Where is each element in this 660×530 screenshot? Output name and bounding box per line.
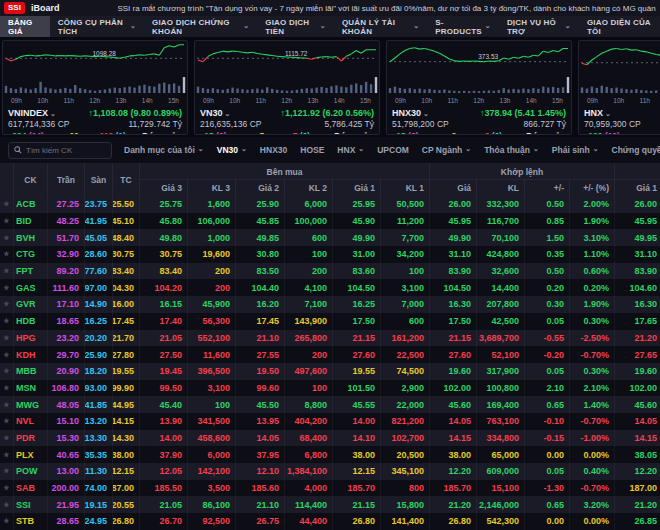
favorite-star-icon[interactable]: ★ [0,213,14,230]
favorite-star-icon[interactable]: ★ [0,279,14,296]
tab-cp-ng-nh[interactable]: CP Ngành⌄ [422,145,471,155]
time-tick: 09h [395,97,406,106]
stock-symbol[interactable]: BID [14,213,48,230]
search-box[interactable] [8,142,112,159]
favorite-star-icon[interactable]: ★ [0,463,14,480]
stock-symbol[interactable]: BVH [14,229,48,246]
menu-item-giao-d-ch-ti-n[interactable]: GIAO DỊCH TIỀN⌄ [257,16,334,37]
buy-price-2: 21.10 [236,330,285,347]
tab-hnx[interactable]: HNX⌄ [337,145,364,155]
tab-danh-m-c-c-a-t-i[interactable]: Danh mục của tôi⌄ [124,145,204,155]
matched-price: 38.00 [430,446,477,463]
buy-vol-3: 142,100 [188,463,236,480]
favorite-star-icon[interactable]: ★ [0,246,14,263]
favorite-star-icon[interactable]: ★ [0,346,14,363]
stock-symbol[interactable]: SAB [14,480,48,497]
decliners-count: ↓9 (0) [480,130,502,135]
ceiling-price: 89.20 [48,263,85,280]
index-name-dropdown[interactable]: VNINDEX ⌄ [8,108,56,118]
favorite-star-icon[interactable]: ★ [0,480,14,497]
ceiling-price: 23.20 [48,330,85,347]
change-pct: 2.00% [570,196,615,213]
stock-symbol[interactable]: MBB [14,363,48,380]
tab-vn30[interactable]: VN30⌄ [217,145,247,155]
favorite-star-icon[interactable]: ★ [0,380,14,397]
stock-symbol[interactable]: KDH [14,346,48,363]
ssi-logo[interactable]: SSI [4,2,25,14]
stock-symbol[interactable]: GAS [14,279,48,296]
favorite-star-icon[interactable]: ★ [0,296,14,313]
decliners: ↓119 [95,131,115,135]
tab-label: HOSE [300,145,324,155]
stock-symbol[interactable]: POW [14,463,48,480]
favorite-star-icon[interactable]: ★ [0,430,14,447]
menu-item-qu-n-l-t-i-kho-n[interactable]: QUẢN LÝ TÀI KHOẢN⌄ [334,16,427,37]
change: -0.10 [525,413,570,430]
tab-hnx30[interactable]: HNX30 [260,145,287,155]
stock-symbol[interactable]: MWG [14,396,48,413]
ceiling-price: 18.65 [48,313,85,330]
tab-ch-ng-quy-n[interactable]: Chứng quyền⌄ [612,145,660,155]
floor-price: 13.30 [85,430,113,447]
buy-price-2: 19.50 [236,363,285,380]
favorite-star-icon[interactable]: ★ [0,313,14,330]
index-turnover: 5,786.425 Tỷ [325,119,374,130]
menu-item-s-products[interactable]: S-PRODUCTS⌄ [427,16,499,37]
matched-vol: 424,800 [477,246,525,263]
search-input[interactable] [26,146,106,155]
favorite-star-icon[interactable]: ★ [0,330,14,347]
index-volume: 51,798,200 CP [392,119,449,130]
buy-price-2: 45.85 [236,213,285,230]
favorite-star-icon[interactable]: ★ [0,396,14,413]
stock-symbol[interactable]: ACB [14,196,48,213]
matched-vol: 609,000 [477,463,525,480]
stock-symbol[interactable]: HDB [14,313,48,330]
chevron-down-icon: ⌄ [593,145,599,153]
menu-item-giao-di-n-c-a-t-i[interactable]: GIAO DIỆN CỦA TÔI [579,16,660,37]
sell-price-1: 27.65 [615,346,660,363]
index-summary-row: VNINDEX ⌄↑1,108.08 (9.80 0.89%) [3,106,187,119]
index-name-dropdown[interactable]: HNX ⌄ [584,108,611,118]
buy-vol-1: 102,700 [381,430,430,447]
menu-item-giao-d-ch-ch-ng-kho-n[interactable]: GIAO DỊCH CHỨNG KHOÁN⌄ [144,16,257,37]
index-name-dropdown[interactable]: VN30 ⌄ [200,108,230,118]
buy-price-2: 16.20 [236,296,285,313]
menu-item-b-ng-gi-[interactable]: BẢNG GIÁ [0,16,50,37]
stock-symbol[interactable]: NVL [14,413,48,430]
matched-price: 26.80 [430,513,477,530]
stock-symbol[interactable]: SSI [14,496,48,513]
tab-hose[interactable]: HOSE [300,145,324,155]
stock-symbol[interactable]: STB [14,513,48,530]
index-panel-vn30: 1115.7209h10h11h12h13h14h15hVN30 ⌄↑1,121… [194,40,380,135]
matched-vol: 207,800 [477,296,525,313]
menu-item-c-ng-c-ph-n-t-ch[interactable]: CÔNG CỤ PHÂN TÍCH⌄ [50,16,144,37]
favorite-star-icon[interactable]: ★ [0,363,14,380]
favorite-star-icon[interactable]: ★ [0,196,14,213]
matched-vol: 32,600 [477,263,525,280]
reference-price: 12.15 [113,463,140,480]
stock-symbol[interactable]: GVR [14,296,48,313]
favorite-star-icon[interactable]: ★ [0,263,14,280]
index-volume-row: 70,959,300 CP [579,119,660,130]
tab-th-a-thu-n[interactable]: Thỏa thuận⌄ [484,145,539,155]
floor-price: 41.85 [85,396,113,413]
stock-symbol[interactable]: PDR [14,430,48,447]
favorite-star-icon[interactable]: ★ [0,229,14,246]
buy-vol-1: 3,100 [381,279,430,296]
matched-vol: 332,300 [477,196,525,213]
time-tick: 13h [116,97,127,106]
stock-symbol[interactable]: FPT [14,263,48,280]
ceiling-price: 13.00 [48,463,85,480]
tab-ph-i-sinh[interactable]: Phái sinh⌄ [552,145,599,155]
favorite-star-icon[interactable]: ★ [0,496,14,513]
favorite-star-icon[interactable]: ★ [0,413,14,430]
tab-upcom[interactable]: UPCOM [377,145,409,155]
favorite-star-icon[interactable]: ★ [0,513,14,530]
stock-symbol[interactable]: CTG [14,246,48,263]
favorite-star-icon[interactable]: ★ [0,446,14,463]
menu-item-d-ch-v-h-tr-[interactable]: DỊCH VỤ HỖ TRỢ⌄ [499,16,579,37]
stock-symbol[interactable]: PLX [14,446,48,463]
stock-symbol[interactable]: HPG [14,330,48,347]
stock-symbol[interactable]: MSN [14,380,48,397]
index-name-dropdown[interactable]: HNX30 ⌄ [392,108,429,118]
